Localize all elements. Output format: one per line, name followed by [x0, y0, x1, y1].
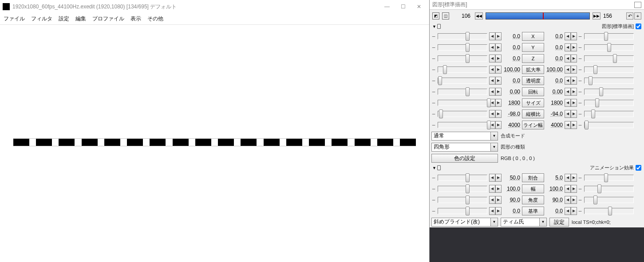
param-button-ライン幅[interactable]: ライン幅: [522, 121, 544, 129]
slider-right[interactable]: [584, 44, 634, 51]
slider-right[interactable]: [584, 111, 634, 117]
value-left[interactable]: 0.0: [502, 33, 521, 39]
menu-view[interactable]: 表示: [130, 15, 141, 23]
value-left[interactable]: 0.0: [502, 78, 521, 84]
slider-left[interactable]: [438, 78, 487, 84]
slider-right[interactable]: [584, 55, 634, 62]
increment-button[interactable]: ▶: [571, 185, 577, 193]
increment-button[interactable]: ▶: [571, 121, 577, 129]
value-left[interactable]: -98.0: [502, 111, 521, 117]
anim-author-combo[interactable]: ティム氏▼: [501, 218, 547, 227]
menu-filter[interactable]: フィルタ: [31, 15, 52, 23]
slider-right[interactable]: [584, 197, 634, 203]
slider-right[interactable]: [584, 175, 634, 181]
value-right[interactable]: 5.0: [545, 175, 564, 181]
increment-button[interactable]: ▶: [495, 185, 502, 193]
param-button-Y[interactable]: Y: [522, 43, 544, 52]
increment-button[interactable]: ▶: [571, 196, 577, 204]
collapse-icon[interactable]: ▼: [432, 24, 436, 29]
slider-left[interactable]: [438, 44, 487, 51]
value-left[interactable]: 50.0: [502, 175, 521, 181]
collapse-icon[interactable]: ▼: [432, 166, 436, 170]
param-button-回転[interactable]: 回転: [522, 87, 544, 96]
value-left[interactable]: 4000: [502, 122, 521, 128]
increment-button[interactable]: ▶: [495, 55, 502, 63]
section-anim-enable[interactable]: [636, 165, 641, 171]
param-button-幅[interactable]: 幅: [522, 184, 544, 193]
increment-button[interactable]: ▶: [495, 43, 502, 51]
menu-settings[interactable]: 設定: [59, 15, 69, 23]
increment-button[interactable]: ▶: [571, 110, 577, 118]
step-back-button[interactable]: ◀◀: [475, 12, 483, 20]
increment-button[interactable]: ▶: [571, 99, 577, 107]
increment-button[interactable]: ▶: [571, 207, 577, 215]
decrement-button[interactable]: ◀: [565, 196, 571, 204]
value-left[interactable]: 90.0: [502, 197, 521, 203]
value-right[interactable]: 0.0: [545, 208, 564, 214]
decrement-button[interactable]: ◀: [565, 121, 571, 129]
menu-other[interactable]: その他: [147, 15, 163, 23]
menu-edit[interactable]: 編集: [75, 15, 86, 23]
increment-button[interactable]: ▶: [495, 121, 502, 129]
slider-left[interactable]: [438, 33, 487, 39]
value-right[interactable]: 0.0: [545, 55, 564, 62]
slider-left[interactable]: [438, 122, 487, 128]
value-right[interactable]: 0.00: [545, 89, 564, 95]
value-right[interactable]: 1800: [545, 100, 564, 106]
decrement-button[interactable]: ◀: [489, 88, 495, 96]
increment-button[interactable]: ▶: [495, 77, 502, 85]
increment-button[interactable]: ▶: [495, 196, 502, 204]
slider-left[interactable]: [438, 55, 487, 62]
timeline-marker[interactable]: [543, 12, 544, 20]
value-right[interactable]: 100.00: [545, 66, 564, 73]
increment-button[interactable]: ▶: [495, 66, 502, 74]
slider-right[interactable]: [584, 78, 634, 84]
slider-left[interactable]: [438, 89, 487, 95]
decrement-button[interactable]: ◀: [565, 110, 571, 118]
decrement-button[interactable]: ◀: [565, 174, 571, 182]
param-button-Z[interactable]: Z: [522, 54, 544, 63]
value-right[interactable]: 90.0: [545, 197, 564, 203]
color-button[interactable]: 色の設定: [431, 154, 498, 163]
decrement-button[interactable]: ◀: [489, 32, 495, 40]
value-right[interactable]: 0.0: [545, 44, 564, 51]
slider-left[interactable]: [438, 175, 487, 181]
decrement-button[interactable]: ◀: [489, 43, 495, 51]
param-button-拡大率[interactable]: 拡大率: [522, 65, 544, 74]
decrement-button[interactable]: ◀: [489, 185, 495, 193]
increment-button[interactable]: ▶: [571, 77, 577, 85]
param-button-透明度[interactable]: 透明度: [522, 76, 544, 85]
decrement-button[interactable]: ◀: [565, 32, 571, 40]
increment-button[interactable]: ▶: [571, 32, 577, 40]
slider-left[interactable]: [438, 197, 487, 203]
value-right[interactable]: 100.0: [545, 186, 564, 192]
slider-left[interactable]: [438, 208, 487, 214]
menu-profile[interactable]: プロファイル: [92, 15, 124, 23]
slider-right[interactable]: [584, 66, 634, 73]
timeline-icon-loop[interactable]: ◫: [442, 12, 449, 20]
slider-right[interactable]: [584, 122, 634, 128]
increment-button[interactable]: ▶: [571, 66, 577, 74]
increment-button[interactable]: ▶: [571, 43, 577, 51]
slider-left[interactable]: [438, 66, 487, 73]
decrement-button[interactable]: ◀: [565, 43, 571, 51]
value-left[interactable]: 0.0: [502, 44, 521, 51]
increment-button[interactable]: ▶: [495, 32, 502, 40]
decrement-button[interactable]: ◀: [565, 185, 571, 193]
param-button-サイズ[interactable]: サイズ: [522, 98, 544, 107]
value-right[interactable]: 4000: [545, 122, 564, 128]
decrement-button[interactable]: ◀: [489, 196, 495, 204]
param-button-割合[interactable]: 割合: [522, 173, 544, 182]
param-button-X[interactable]: X: [522, 32, 544, 41]
value-left[interactable]: 100.00: [502, 66, 521, 73]
slider-right[interactable]: [584, 100, 634, 106]
increment-button[interactable]: ▶: [571, 174, 577, 182]
blend-mode-combo[interactable]: 通常▼: [431, 132, 498, 141]
increment-button[interactable]: ▶: [571, 88, 577, 96]
shape-type-combo[interactable]: 四角形▼: [431, 143, 498, 152]
anim-settings-button[interactable]: 設定: [549, 218, 569, 227]
decrement-button[interactable]: ◀: [565, 77, 571, 85]
increment-button[interactable]: ▶: [495, 174, 502, 182]
frame-end[interactable]: 156: [603, 13, 624, 19]
timeline-undo-button[interactable]: ↶: [626, 12, 633, 20]
